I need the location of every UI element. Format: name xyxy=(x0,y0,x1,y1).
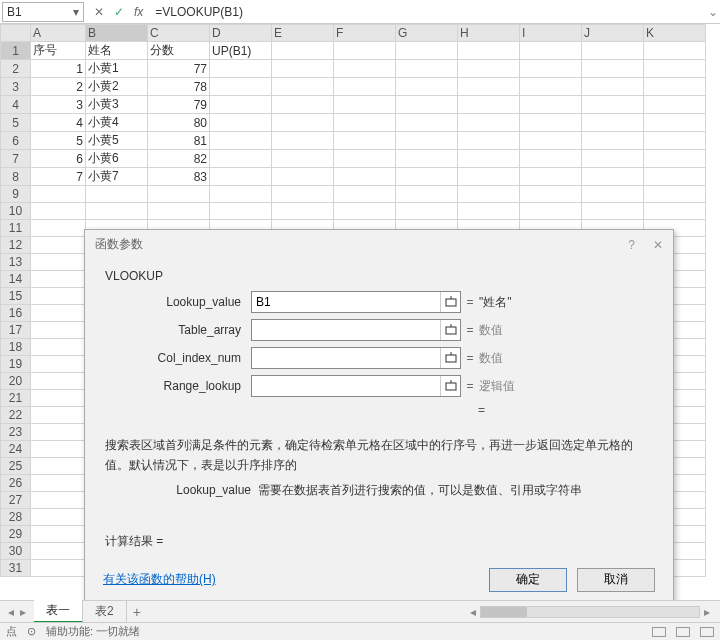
cell-selected[interactable]: 姓名 xyxy=(86,42,148,60)
col-header[interactable]: C xyxy=(148,25,210,42)
chevron-right-icon[interactable]: ▸ xyxy=(20,605,26,619)
arg-label: Lookup_value xyxy=(103,295,251,309)
col-header[interactable]: I xyxy=(520,25,582,42)
table-row: 54小黄480 xyxy=(1,114,706,132)
table-row: 32小黄278 xyxy=(1,78,706,96)
table-row: 1 序号 姓名 分数 UP(B1) xyxy=(1,42,706,60)
formula-input[interactable]: =VLOOKUP(B1) xyxy=(151,5,706,19)
horizontal-scrollbar[interactable]: ◂ ▸ xyxy=(147,605,720,619)
name-box-value: B1 xyxy=(7,5,22,19)
arg-input-wrap xyxy=(251,291,461,313)
arg-row: Lookup_value = "姓名" xyxy=(103,291,655,313)
table-array-input[interactable] xyxy=(252,320,440,340)
col-index-input[interactable] xyxy=(252,348,440,368)
arg-label: Col_index_num xyxy=(103,351,251,365)
arg-result: 数值 xyxy=(479,350,503,367)
arg-label: Range_lookup xyxy=(103,379,251,393)
col-header[interactable]: A xyxy=(31,25,86,42)
sheet-tab[interactable]: 表一 xyxy=(34,600,83,623)
sheet-tab-bar: ◂ ▸ 表一 表2 + ◂ ▸ xyxy=(0,600,720,622)
table-row: 43小黄379 xyxy=(1,96,706,114)
svg-rect-0 xyxy=(446,299,456,306)
help-link[interactable]: 有关该函数的帮助(H) xyxy=(103,571,216,588)
col-header[interactable]: D xyxy=(210,25,272,42)
range-select-icon[interactable] xyxy=(440,320,460,340)
status-accessibility: 辅助功能: 一切就绪 xyxy=(46,624,140,639)
formula-expand-icon[interactable]: ⌄ xyxy=(706,5,720,19)
cell[interactable]: UP(B1) xyxy=(210,42,272,60)
arg-row: Col_index_num = 数值 xyxy=(103,347,655,369)
page-break-view-icon[interactable] xyxy=(700,627,714,637)
column-header-row: A B C D E F G H I J K xyxy=(1,25,706,42)
accessibility-icon: ⊙ xyxy=(27,625,36,638)
normal-view-icon[interactable] xyxy=(652,627,666,637)
scroll-right-icon[interactable]: ▸ xyxy=(700,605,714,619)
equals-sign: = xyxy=(461,295,479,309)
result-equals: = xyxy=(103,403,655,417)
arg-result: 逻辑值 xyxy=(479,378,515,395)
status-mode: 点 xyxy=(6,624,17,639)
add-sheet-button[interactable]: + xyxy=(127,604,147,620)
arg-result: "姓名" xyxy=(479,294,512,311)
arg-row: Range_lookup = 逻辑值 xyxy=(103,375,655,397)
page-layout-view-icon[interactable] xyxy=(676,627,690,637)
function-description: 搜索表区域首列满足条件的元素，确定待检索单元格在区域中的行序号，再进一步返回选定… xyxy=(105,435,653,476)
argument-description: Lookup_value 需要在数据表首列进行搜索的值，可以是数值、引用或字符串 xyxy=(103,482,655,499)
range-select-icon[interactable] xyxy=(440,348,460,368)
confirm-icon[interactable]: ✓ xyxy=(114,5,124,19)
arg-row: Table_array = 数值 xyxy=(103,319,655,341)
calculation-result: 计算结果 = xyxy=(105,533,655,550)
dialog-titlebar[interactable]: 函数参数 ? ✕ xyxy=(85,230,673,259)
col-header[interactable]: K xyxy=(644,25,706,42)
cancel-icon[interactable]: ✕ xyxy=(94,5,104,19)
dropdown-icon[interactable]: ▾ xyxy=(73,5,79,19)
table-row: 65小黄581 xyxy=(1,132,706,150)
range-select-icon[interactable] xyxy=(440,376,460,396)
fx-icon[interactable]: fx xyxy=(134,5,143,19)
cell[interactable]: 分数 xyxy=(148,42,210,60)
name-box[interactable]: B1 ▾ xyxy=(2,2,84,22)
scroll-left-icon[interactable]: ◂ xyxy=(466,605,480,619)
svg-rect-1 xyxy=(446,327,456,334)
col-header[interactable]: B xyxy=(86,25,148,42)
col-header[interactable]: H xyxy=(458,25,520,42)
close-icon[interactable]: ✕ xyxy=(653,238,663,252)
help-icon[interactable]: ? xyxy=(628,238,635,252)
sheet-nav: ◂ ▸ xyxy=(0,605,34,619)
sheet-tab[interactable]: 表2 xyxy=(83,601,127,622)
status-bar: 点 ⊙ 辅助功能: 一切就绪 xyxy=(0,622,720,640)
range-lookup-input[interactable] xyxy=(252,376,440,396)
arg-label: Table_array xyxy=(103,323,251,337)
range-select-icon[interactable] xyxy=(440,292,460,312)
col-header[interactable]: G xyxy=(396,25,458,42)
svg-rect-3 xyxy=(446,383,456,390)
scroll-thumb[interactable] xyxy=(481,607,527,617)
select-all-cell[interactable] xyxy=(1,25,31,42)
col-header[interactable]: J xyxy=(582,25,644,42)
table-row: 76小黄682 xyxy=(1,150,706,168)
svg-rect-2 xyxy=(446,355,456,362)
row-header[interactable]: 1 xyxy=(1,42,31,60)
cancel-button[interactable]: 取消 xyxy=(577,568,655,592)
formula-bar: B1 ▾ ✕ ✓ fx =VLOOKUP(B1) ⌄ xyxy=(0,0,720,24)
formula-controls: ✕ ✓ fx xyxy=(86,5,151,19)
cell[interactable]: 序号 xyxy=(31,42,86,60)
chevron-left-icon[interactable]: ◂ xyxy=(8,605,14,619)
ok-button[interactable]: 确定 xyxy=(489,568,567,592)
table-row: 87小黄783 xyxy=(1,168,706,186)
scroll-track[interactable] xyxy=(480,606,700,618)
arg-result: 数值 xyxy=(479,322,503,339)
function-arguments-dialog: 函数参数 ? ✕ VLOOKUP Lookup_value = "姓名" Tab… xyxy=(84,229,674,609)
dialog-title: 函数参数 xyxy=(95,236,143,253)
lookup-value-input[interactable] xyxy=(252,292,440,312)
col-header[interactable]: E xyxy=(272,25,334,42)
table-row: 21小黄177 xyxy=(1,60,706,78)
function-name: VLOOKUP xyxy=(105,269,655,283)
col-header[interactable]: F xyxy=(334,25,396,42)
